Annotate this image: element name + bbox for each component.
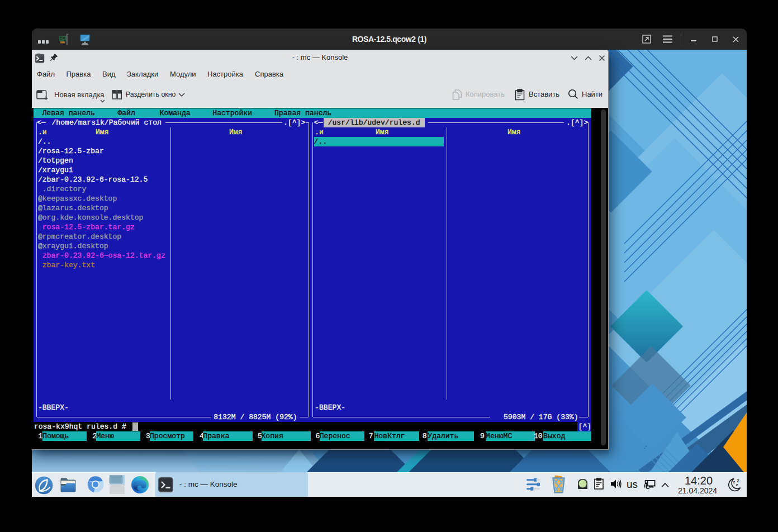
svg-text:z: z xyxy=(736,482,738,487)
svg-text:z: z xyxy=(733,479,736,484)
